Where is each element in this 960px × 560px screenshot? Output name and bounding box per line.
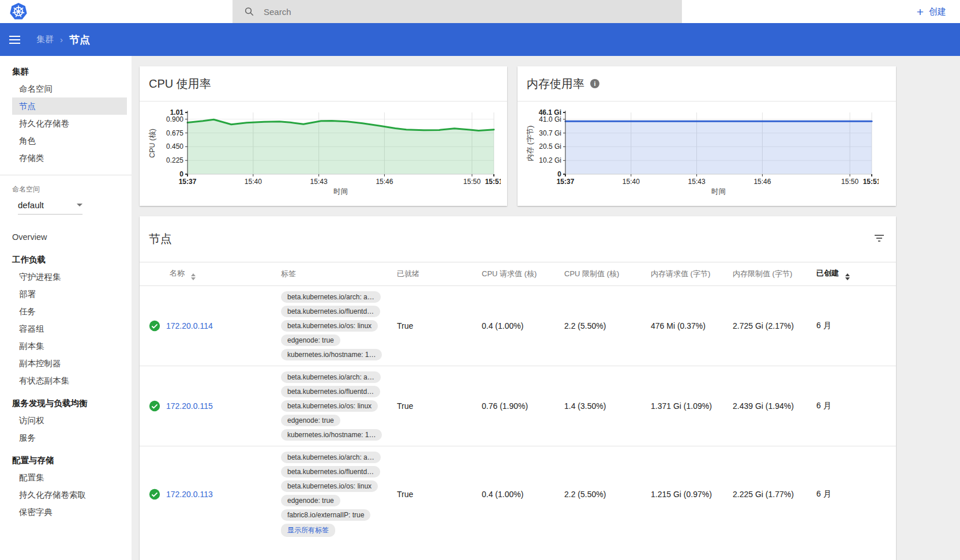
show-all-labels-link[interactable]: 显示所有标签 — [281, 524, 335, 537]
sidebar-item-secrets[interactable]: 保密字典 — [0, 503, 132, 521]
svg-text:15:40: 15:40 — [622, 178, 640, 186]
sidebar-item-ingresses[interactable]: 访问权 — [0, 412, 132, 429]
memory-limits-cell: 2.225 Gi (1.77%) — [733, 490, 816, 499]
cpu-limits-cell: 1.4 (3.50%) — [564, 401, 651, 411]
label-chip: edgenode: true — [281, 495, 340, 506]
table-row: 172.20.0.115 beta.kubernetes.io/arch: a…… — [140, 366, 896, 446]
sidebar-item-storage-classes[interactable]: 存储类 — [0, 149, 132, 167]
svg-text:15:51: 15:51 — [485, 178, 501, 186]
memory-requests-cell: 1.371 Gi (1.09%) — [651, 401, 733, 411]
svg-text:0.900: 0.900 — [166, 115, 183, 123]
label-chip: beta.kubernetes.io/os: linux — [281, 480, 378, 492]
labels-cell: beta.kubernetes.io/arch: a… beta.kuberne… — [281, 446, 397, 542]
column-header-memory-requests: 内存请求值 (字节) — [651, 269, 733, 279]
created-cell: 6 月 — [816, 321, 896, 331]
create-button[interactable]: + 创建 — [917, 0, 946, 23]
svg-text:15:50: 15:50 — [463, 178, 481, 186]
kubernetes-logo-icon[interactable] — [9, 2, 28, 21]
memory-requests-cell: 1.215 Gi (0.97%) — [651, 490, 733, 499]
namespace-label: 命名空间 — [12, 185, 132, 194]
svg-text:15:40: 15:40 — [245, 178, 262, 186]
column-header-ready: 已就绪 — [397, 269, 482, 279]
svg-text:15:43: 15:43 — [688, 178, 706, 186]
svg-text:内存 (字节): 内存 (字节) — [526, 126, 534, 161]
label-chip: kubernetes.io/hostname: 1… — [281, 349, 382, 360]
svg-text:0.225: 0.225 — [166, 156, 183, 164]
sidebar-item-deployments[interactable]: 部署 — [0, 285, 132, 303]
breadcrumb-bar: 集群 › 节点 — [0, 23, 960, 56]
memory-limits-cell: 2.439 Gi (1.94%) — [733, 401, 816, 411]
created-cell: 6 月 — [816, 489, 896, 499]
sidebar-header-cluster: 集群 — [0, 63, 132, 80]
sidebar: 集群 命名空间 节点 持久化存储卷 角色 存储类 命名空间 default Ov… — [0, 56, 132, 560]
sidebar-item-persistent-volume-claims[interactable]: 持久化存储卷索取 — [0, 486, 132, 503]
label-chip: edgenode: true — [281, 415, 340, 426]
svg-text:时间: 时间 — [711, 187, 726, 196]
create-button-label: 创建 — [929, 6, 946, 17]
search-input[interactable] — [264, 7, 610, 17]
sidebar-item-pods[interactable]: 容器组 — [0, 320, 132, 337]
sidebar-divider — [0, 175, 132, 175]
sidebar-item-persistent-volumes[interactable]: 持久化存储卷 — [0, 115, 132, 132]
sidebar-item-daemon-sets[interactable]: 守护进程集 — [0, 268, 132, 285]
ready-cell: True — [397, 401, 482, 411]
label-chip: beta.kubernetes.io/arch: a… — [281, 291, 381, 303]
cpu-usage-chart: 1.010.9000.6750.4500.225015:3715:4015:43… — [147, 108, 501, 196]
namespace-select[interactable]: default — [18, 200, 82, 215]
label-chip: beta.kubernetes.io/os: linux — [281, 320, 378, 332]
status-ok-icon — [149, 320, 166, 332]
info-icon[interactable]: i — [590, 79, 599, 88]
filter-button[interactable] — [872, 232, 887, 247]
menu-icon[interactable] — [9, 33, 23, 47]
status-ok-icon — [149, 488, 166, 500]
svg-text:15:46: 15:46 — [376, 178, 393, 186]
status-ok-icon — [149, 400, 166, 412]
main-content: CPU 使用率 1.010.9000.6750.4500.225015:3715… — [132, 56, 960, 560]
label-chip: beta.kubernetes.io/fluentd… — [281, 466, 380, 478]
memory-limits-cell: 2.725 Gi (2.17%) — [733, 321, 816, 330]
cpu-limits-cell: 2.2 (5.50%) — [564, 321, 651, 330]
filter-icon — [874, 234, 884, 242]
labels-cell: beta.kubernetes.io/arch: a… beta.kuberne… — [281, 366, 397, 446]
sidebar-item-stateful-sets[interactable]: 有状态副本集 — [0, 372, 132, 389]
sidebar-item-config-maps[interactable]: 配置集 — [0, 469, 132, 486]
column-header-created[interactable]: 已创建 — [816, 268, 896, 280]
memory-chart-title: 内存使用率 — [527, 76, 584, 92]
table-row: 172.20.0.114 beta.kubernetes.io/arch: a…… — [140, 286, 896, 366]
sidebar-item-services[interactable]: 服务 — [0, 429, 132, 446]
memory-usage-card: 内存使用率 i 46.1 Gi41.0 Gi30.7 Gi20.5 Gi10.2… — [518, 66, 896, 206]
sidebar-item-namespaces[interactable]: 命名空间 — [0, 80, 132, 97]
svg-text:CPU (核): CPU (核) — [148, 129, 156, 158]
node-link[interactable]: 172.20.0.115 — [166, 401, 213, 411]
cpu-requests-cell: 0.4 (1.00%) — [482, 490, 564, 499]
node-link[interactable]: 172.20.0.114 — [166, 321, 213, 330]
nodes-table-card: 节点 名称 标签 已就绪 CPU 请求值 (核) CPU 限制值 (核 — [140, 216, 896, 560]
label-chip: fabric8.io/externalIP: true — [281, 509, 370, 521]
sidebar-item-replication-controllers[interactable]: 副本控制器 — [0, 355, 132, 372]
svg-text:15:51: 15:51 — [863, 178, 879, 186]
column-header-cpu-requests: CPU 请求值 (核) — [482, 269, 564, 279]
nodes-table-title: 节点 — [149, 231, 172, 247]
svg-text:0: 0 — [179, 170, 183, 178]
memory-requests-cell: 476 Mi (0.37%) — [651, 321, 733, 330]
sidebar-item-replica-sets[interactable]: 副本集 — [0, 337, 132, 355]
breadcrumb: 集群 › 节点 — [36, 33, 90, 47]
sidebar-header-workloads: 工作负载 — [0, 251, 132, 268]
ready-cell: True — [397, 490, 482, 499]
column-header-name[interactable]: 名称 — [149, 268, 281, 280]
table-row: 172.20.0.113 beta.kubernetes.io/arch: a…… — [140, 446, 896, 542]
sidebar-item-overview[interactable]: Overview — [0, 228, 132, 246]
sidebar-item-jobs[interactable]: 任务 — [0, 303, 132, 320]
svg-text:30.7 Gi: 30.7 Gi — [539, 129, 561, 137]
svg-text:0: 0 — [557, 170, 561, 178]
top-bar: + 创建 — [0, 0, 960, 23]
node-link[interactable]: 172.20.0.113 — [166, 490, 213, 499]
sort-icon — [191, 273, 196, 280]
sidebar-item-nodes[interactable]: 节点 — [12, 97, 127, 115]
breadcrumb-parent[interactable]: 集群 — [36, 34, 54, 45]
svg-text:10.2 Gi: 10.2 Gi — [539, 156, 561, 164]
column-header-cpu-limits: CPU 限制值 (核) — [564, 269, 651, 279]
sidebar-item-roles[interactable]: 角色 — [0, 132, 132, 149]
cpu-requests-cell: 0.4 (1.00%) — [482, 321, 564, 330]
ready-cell: True — [397, 321, 482, 330]
